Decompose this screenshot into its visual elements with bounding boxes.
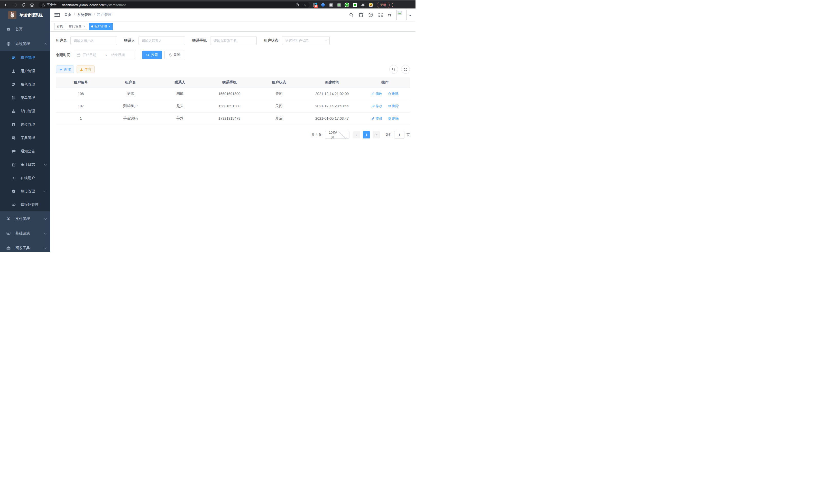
user-avatar[interactable]: [397, 10, 411, 20]
url-bar[interactable]: 不安全 dashboard.yudao.iocoder.cn/system/te…: [38, 2, 310, 8]
extensions-puzzle-icon[interactable]: [361, 3, 365, 7]
edit-pencil-icon: [372, 105, 375, 108]
refresh-table-button[interactable]: [401, 65, 410, 74]
next-page-button[interactable]: [373, 131, 380, 139]
header-search-icon[interactable]: [349, 13, 353, 17]
sidebar-item-sms[interactable]: 短信管理: [0, 185, 50, 198]
warning-icon: [41, 3, 45, 6]
sidebar: 芋道管理系统 首页 系统管理 租户管理: [0, 8, 50, 252]
extension-command-icon[interactable]: [328, 3, 333, 7]
browser-menu-icon[interactable]: [392, 3, 393, 7]
reset-button[interactable]: 重置: [165, 51, 184, 59]
add-button[interactable]: 新增: [56, 65, 74, 73]
col-contact: 联系人: [155, 77, 205, 88]
table-row: 1 芋道源码 芋艿 17321315478 开启 2021-01-05 17:0…: [56, 112, 410, 125]
goto-page-input[interactable]: [394, 131, 404, 139]
profile-avatar-icon[interactable]: [369, 3, 373, 7]
chevron-down-icon: [44, 163, 47, 166]
home-icon[interactable]: [30, 3, 34, 7]
forward-icon[interactable]: [13, 3, 17, 7]
extension-diamond-icon[interactable]: [321, 3, 325, 7]
infrastructure-monitor-icon: [6, 232, 11, 236]
create-time-range-picker[interactable]: 开始日期 - 结束日期: [74, 51, 135, 59]
sidebar-item-dept[interactable]: 部门管理: [0, 105, 50, 118]
edit-link[interactable]: 修改: [372, 104, 382, 109]
page-number-button[interactable]: 1: [363, 131, 370, 139]
export-button[interactable]: 导出: [77, 65, 94, 73]
end-date-placeholder: 结束日期: [109, 53, 132, 57]
sidebar-item-infrastructure[interactable]: 基础设施: [0, 226, 50, 241]
page-size-select[interactable]: 10条/页: [325, 131, 349, 139]
close-icon[interactable]: ×: [109, 25, 111, 28]
delete-link[interactable]: 删除: [388, 91, 399, 96]
pagination: 共 3 条 10条/页 1 前往 页: [56, 131, 410, 139]
chevron-down-icon: [338, 130, 346, 138]
font-size-icon[interactable]: TT: [388, 13, 391, 17]
col-phone: 联系手机: [204, 77, 254, 88]
sidebar-item-dev-tools[interactable]: 研发工具: [0, 241, 50, 252]
omnibox-divider: [59, 3, 59, 7]
github-icon[interactable]: [359, 12, 363, 17]
close-icon[interactable]: ×: [83, 25, 85, 28]
status-select[interactable]: 请选择租户状态: [282, 36, 330, 45]
extension-chat-icon[interactable]: [352, 3, 357, 7]
update-button[interactable]: 更新: [377, 2, 390, 8]
browser-chrome: 不安全 dashboard.yudao.iocoder.cn/system/te…: [0, 0, 416, 8]
browser-toolbar: 不安全 dashboard.yudao.iocoder.cn/system/te…: [0, 1, 416, 8]
edit-link[interactable]: 修改: [372, 91, 382, 96]
bookmark-star-icon[interactable]: ☆: [303, 3, 307, 7]
prev-page-button[interactable]: [353, 131, 360, 139]
trash-icon: [388, 92, 391, 95]
sidebar-item-online-user[interactable]: 在线用户: [0, 171, 50, 185]
tab-home[interactable]: 首页: [55, 23, 65, 30]
delete-link[interactable]: 删除: [388, 104, 399, 109]
sidebar-item-payment[interactable]: ¥ 支付管理: [0, 211, 50, 226]
edit-pencil-icon: [372, 92, 375, 95]
phone-input[interactable]: [210, 36, 257, 45]
help-icon[interactable]: ?: [369, 12, 373, 17]
status-text: 关闭: [254, 100, 304, 112]
security-warning[interactable]: 不安全: [41, 3, 57, 7]
status-label: 租户状态: [264, 38, 278, 43]
share-icon[interactable]: [295, 3, 299, 7]
sidebar-item-user[interactable]: 用户管理: [0, 64, 50, 78]
avatar-caret-icon: [409, 14, 411, 16]
tab-tenant[interactable]: 租户管理×: [89, 23, 113, 30]
sidebar-item-menu[interactable]: 菜单管理: [0, 91, 50, 105]
tenant-name-input[interactable]: [70, 36, 117, 45]
sidebar-item-tenant[interactable]: 租户管理: [0, 51, 50, 64]
fullscreen-icon[interactable]: [378, 12, 383, 17]
sidebar-toggle-icon[interactable]: [55, 12, 60, 17]
phone-label: 联系手机: [192, 38, 207, 43]
edit-link[interactable]: 修改: [372, 116, 382, 121]
breadcrumb-home[interactable]: 首页: [64, 12, 71, 17]
logo-row[interactable]: 芋道管理系统: [0, 8, 50, 22]
goto-label: 前往: [385, 132, 392, 137]
extension-grid-icon[interactable]: 10: [313, 3, 317, 7]
sidebar-item-error-code[interactable]: 错误码管理: [0, 198, 50, 211]
audit-log-icon: [11, 162, 16, 167]
svg-text:?: ?: [370, 13, 372, 17]
sidebar-item-post[interactable]: 岗位管理: [0, 118, 50, 131]
breadcrumb-system[interactable]: 系统管理: [77, 12, 91, 17]
sidebar-item-home[interactable]: 首页: [0, 22, 50, 36]
reload-icon[interactable]: [22, 3, 25, 7]
delete-link[interactable]: 删除: [388, 116, 399, 121]
trash-icon: [388, 105, 391, 108]
extension-yudao-icon[interactable]: Y: [345, 3, 349, 7]
sidebar-item-system[interactable]: 系统管理: [0, 36, 50, 51]
search-button[interactable]: 搜索: [142, 51, 162, 59]
back-icon[interactable]: [5, 3, 8, 7]
contact-input[interactable]: [139, 36, 185, 45]
dashboard-icon: [6, 27, 11, 31]
sidebar-item-notice[interactable]: 通知公告: [0, 145, 50, 158]
post-badge-icon: [11, 122, 16, 127]
tab-dept[interactable]: 部门管理×: [67, 23, 87, 30]
show-search-toggle-button[interactable]: [389, 65, 398, 74]
chevron-down-icon: [44, 246, 47, 249]
extension-record-icon[interactable]: [337, 3, 341, 7]
sidebar-item-role[interactable]: 角色管理: [0, 78, 50, 91]
sidebar-item-audit-log[interactable]: 审计日志: [0, 158, 50, 171]
sidebar-item-dict[interactable]: 字典管理: [0, 131, 50, 145]
col-status: 租户状态: [254, 77, 304, 88]
